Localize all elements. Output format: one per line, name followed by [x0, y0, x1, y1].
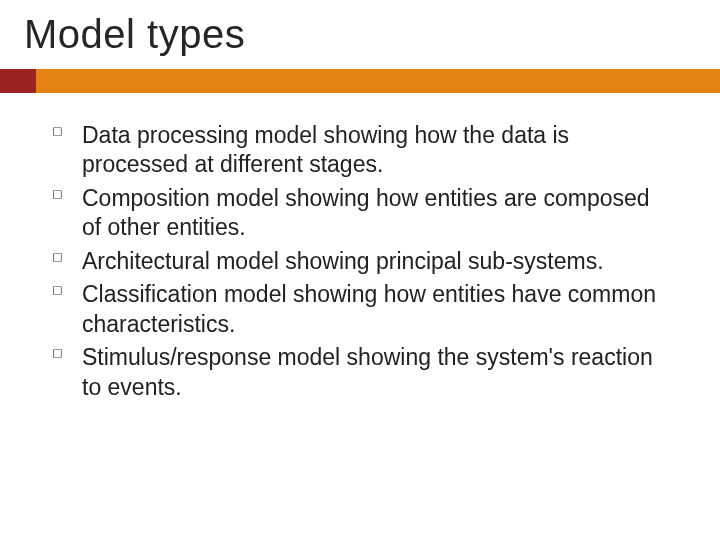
- list-item-text: Stimulus/response model showing the syst…: [82, 344, 653, 399]
- bullet-list: Data processing model showing how the da…: [48, 121, 670, 402]
- accent-bar: [0, 69, 720, 93]
- list-item: Classification model showing how entitie…: [48, 280, 670, 339]
- list-item: Architectural model showing principal su…: [48, 247, 670, 276]
- list-item-text: Architectural model showing principal su…: [82, 248, 604, 274]
- list-item: Data processing model showing how the da…: [48, 121, 670, 180]
- accent-bar-right: [36, 69, 720, 93]
- list-item-text: Classification model showing how entitie…: [82, 281, 656, 336]
- list-item: Stimulus/response model showing the syst…: [48, 343, 670, 402]
- accent-bar-left: [0, 69, 36, 93]
- slide-title: Model types: [0, 0, 720, 69]
- content-area: Data processing model showing how the da…: [0, 93, 720, 402]
- slide: Model types Data processing model showin…: [0, 0, 720, 540]
- list-item: Composition model showing how entities a…: [48, 184, 670, 243]
- list-item-text: Data processing model showing how the da…: [82, 122, 569, 177]
- list-item-text: Composition model showing how entities a…: [82, 185, 650, 240]
